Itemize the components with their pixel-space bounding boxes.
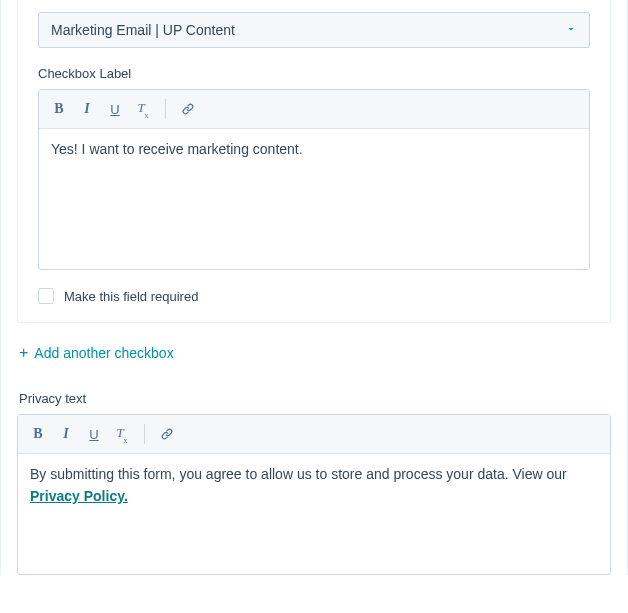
dropdown-selected-label: Marketing Email | UP Content [51,22,235,38]
link-icon [181,102,195,116]
italic-button[interactable]: I [52,421,80,447]
underline-icon: U [110,103,119,116]
checkbox-label-editor: B I U Tx Yes! I want to receive marketin… [38,89,590,270]
subscription-type-dropdown[interactable]: Marketing Email | UP Content [38,12,590,48]
checkbox-label-textarea[interactable]: Yes! I want to receive marketing content… [39,129,589,269]
privacy-policy-link[interactable]: Privacy Policy. [30,488,128,504]
privacy-body-text: By submitting this form, you agree to al… [30,466,567,482]
checkbox-config-panel: Marketing Email | UP Content Checkbox La… [17,0,611,323]
privacy-text-editor: B I U Tx By submitting this form, you ag… [17,414,611,575]
clear-formatting-icon: Tx [137,101,148,118]
underline-button[interactable]: U [101,96,129,122]
bold-icon: B [33,427,42,441]
underline-icon: U [89,428,98,441]
privacy-text-textarea[interactable]: By submitting this form, you agree to al… [18,454,610,574]
clear-formatting-button[interactable]: Tx [129,96,157,122]
privacy-text-heading: Privacy text [19,391,611,406]
insert-link-button[interactable] [174,96,202,122]
editor-toolbar: B I U Tx [39,90,589,129]
link-icon [160,427,174,441]
italic-icon: I [84,102,89,116]
editor-toolbar: B I U Tx [18,415,610,454]
clear-formatting-button[interactable]: Tx [108,421,136,447]
bold-button[interactable]: B [45,96,73,122]
required-field-row: Make this field required [38,288,590,304]
checkbox-label-content: Yes! I want to receive marketing content… [51,141,303,157]
clear-formatting-icon: Tx [116,426,127,443]
add-another-checkbox-button[interactable]: + Add another checkbox [17,339,611,365]
toolbar-divider [144,424,145,444]
add-checkbox-label: Add another checkbox [34,345,173,361]
plus-icon: + [19,345,28,361]
required-checkbox-label: Make this field required [64,289,198,304]
insert-link-button[interactable] [153,421,181,447]
bold-icon: B [54,102,63,116]
italic-button[interactable]: I [73,96,101,122]
toolbar-divider [165,99,166,119]
required-checkbox[interactable] [38,288,54,304]
italic-icon: I [63,427,68,441]
bold-button[interactable]: B [24,421,52,447]
underline-button[interactable]: U [80,421,108,447]
chevron-down-icon [565,22,577,38]
checkbox-label-heading: Checkbox Label [38,66,590,81]
